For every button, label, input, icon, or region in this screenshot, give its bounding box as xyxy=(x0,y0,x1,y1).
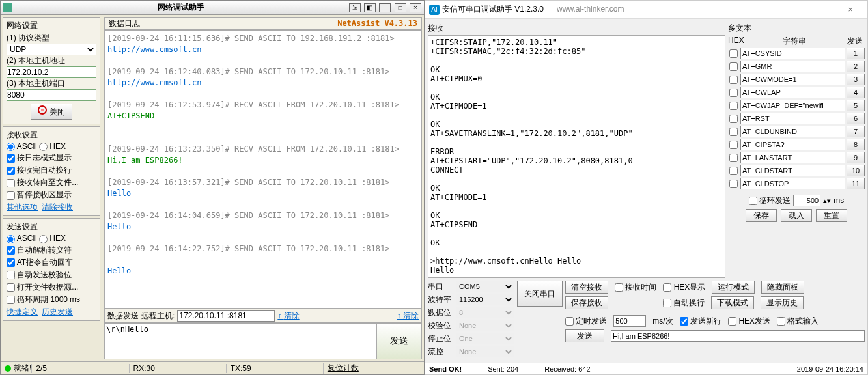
multi-cmd-input[interactable] xyxy=(740,165,845,176)
autowrap-check[interactable]: 接收完自动换行 xyxy=(7,165,72,176)
recv-time-check[interactable]: 接收时间 xyxy=(615,282,656,293)
multi-cmd-input[interactable] xyxy=(740,48,845,59)
timed-send-check[interactable]: 定时发送 xyxy=(565,316,607,327)
close-conn-button[interactable]: 关闭 xyxy=(31,104,72,120)
multi-hex-check[interactable] xyxy=(729,128,738,136)
port-input[interactable] xyxy=(7,89,96,101)
multi-cmd-input[interactable] xyxy=(740,152,845,163)
multi-cmd-input[interactable] xyxy=(740,100,845,111)
multi-hex-check[interactable] xyxy=(729,89,738,97)
quick-link[interactable]: 快捷定义 xyxy=(7,307,38,316)
remote-input[interactable] xyxy=(177,310,275,322)
max-icon[interactable]: □ xyxy=(809,2,835,18)
maximize-icon[interactable]: □ xyxy=(395,3,406,12)
multi-cmd-input[interactable] xyxy=(740,126,845,137)
multi-send-button[interactable]: 3 xyxy=(847,74,865,85)
flow-select[interactable]: None xyxy=(456,346,514,357)
host-input[interactable] xyxy=(7,66,96,78)
minimize-icon[interactable]: — xyxy=(379,3,391,12)
clear-recv-button[interactable]: 清空接收 xyxy=(565,281,608,294)
multi-cmd-input[interactable] xyxy=(740,139,845,150)
multi-hex-check[interactable] xyxy=(729,141,738,149)
cycle-check[interactable]: 循环周期 xyxy=(7,294,48,305)
send-hex-radio[interactable]: HEX xyxy=(39,234,66,243)
multi-send-button[interactable]: 9 xyxy=(847,152,865,163)
databits-select[interactable]: 8 xyxy=(456,307,514,318)
clear-up-link[interactable]: ↑ 清除 xyxy=(277,311,299,322)
multi-send-button[interactable]: 7 xyxy=(847,126,865,137)
multi-send-button[interactable]: 10 xyxy=(847,165,865,176)
multi-send-button[interactable]: 2 xyxy=(847,61,865,72)
more-opts-link[interactable]: 其他选项 xyxy=(7,202,38,212)
recv-hex-radio[interactable]: HEX xyxy=(39,142,66,151)
multi-cmd-input[interactable] xyxy=(740,74,845,85)
multi-hex-check[interactable] xyxy=(729,62,738,71)
right-send-button[interactable]: 发送 xyxy=(565,329,604,342)
escape-check[interactable]: 自动解析转义符 xyxy=(7,245,72,256)
save-recv-button[interactable]: 保存接收 xyxy=(565,296,608,309)
multi-cmd-input[interactable] xyxy=(740,113,845,124)
stopbits-select[interactable]: One xyxy=(456,333,514,344)
multi-send-button[interactable]: 1 xyxy=(847,48,865,59)
reset-count-link[interactable]: 复位计数 xyxy=(323,363,420,374)
multi-hex-check[interactable] xyxy=(729,154,738,162)
multi-hex-check[interactable] xyxy=(729,115,738,123)
history-link[interactable]: 历史发送 xyxy=(42,307,73,316)
multi-cmd-input[interactable] xyxy=(740,61,845,72)
reset-button[interactable]: 重置 xyxy=(816,209,847,222)
right-send-input[interactable] xyxy=(611,330,865,342)
logmode-check[interactable]: 按日志模式显示 xyxy=(7,152,72,163)
multi-hex-check[interactable] xyxy=(729,102,738,110)
show-hist-button[interactable]: 显示历史 xyxy=(761,296,804,309)
fmt-in-check[interactable]: 格式输入 xyxy=(777,316,819,327)
min-icon[interactable]: — xyxy=(781,2,807,18)
loop-input[interactable] xyxy=(793,195,820,206)
version-link[interactable]: NetAssist V4.3.13 xyxy=(337,19,417,28)
recv-panel: 接收 +CIFSR:STAIP,"172.20.10.11" +CIFSR:ST… xyxy=(428,21,725,278)
multi-send-button[interactable]: 4 xyxy=(847,87,865,98)
parity-select[interactable]: None xyxy=(456,320,514,331)
download-mode-button[interactable]: 下载模式 xyxy=(711,296,754,309)
multi-hex-check[interactable] xyxy=(729,49,738,58)
multi-send-button[interactable]: 5 xyxy=(847,100,865,111)
multi-send-button[interactable]: 11 xyxy=(847,178,865,189)
multi-send-button[interactable]: 6 xyxy=(847,113,865,124)
recv-textarea[interactable]: +CIFSR:STAIP,"172.20.10.11" +CIFSR:STAMA… xyxy=(428,35,725,278)
clear-send-link[interactable]: ↑ 清除 xyxy=(397,311,419,322)
pause-check[interactable]: 暂停接收区显示 xyxy=(7,189,72,201)
close-port-button[interactable]: 关闭串口 xyxy=(517,281,563,307)
proto-select[interactable]: UDP xyxy=(7,44,96,55)
port-select[interactable]: COM5 xyxy=(456,281,514,292)
hex-show-check[interactable]: HEX显示 xyxy=(663,282,705,293)
baud-select[interactable]: 115200 xyxy=(456,294,514,305)
checksum-check[interactable]: 自动发送校验位 xyxy=(7,270,72,281)
openfile-check[interactable]: 打开文件数据源... xyxy=(7,282,78,293)
send-ascii-radio[interactable]: ASCII xyxy=(7,234,37,243)
multi-hex-check[interactable] xyxy=(729,180,738,188)
save-button[interactable]: 保存 xyxy=(746,209,777,222)
atcr-check[interactable]: AT指令自动回车 xyxy=(7,257,73,268)
auto-wrap-check[interactable]: 自动换行 xyxy=(663,298,705,309)
send-nl-check[interactable]: 发送新行 xyxy=(680,316,721,327)
log-area[interactable]: [2019-09-24 16:11:15.636]# SEND ASCII TO… xyxy=(104,30,422,309)
timed-input[interactable] xyxy=(613,315,646,327)
multi-cmd-input[interactable] xyxy=(740,87,845,98)
multi-hex-check[interactable] xyxy=(729,167,738,175)
close-icon[interactable]: × xyxy=(837,2,863,18)
help-icon[interactable]: ◧ xyxy=(364,3,376,12)
recv-ascii-radio[interactable]: ASCII xyxy=(7,142,37,151)
multi-cmd-input[interactable] xyxy=(740,178,845,189)
pin-icon[interactable]: ⇲ xyxy=(349,3,361,12)
multi-send-button[interactable]: 8 xyxy=(847,139,865,150)
send-textarea[interactable]: \r\nHello xyxy=(104,323,376,359)
multi-hex-check[interactable] xyxy=(729,76,738,84)
close-icon[interactable]: × xyxy=(410,3,421,12)
hex-send-check[interactable]: HEX发送 xyxy=(728,316,770,327)
tofile-check[interactable]: 接收转向至文件... xyxy=(7,177,78,188)
loop-check[interactable]: 循环发送 xyxy=(749,195,791,206)
run-mode-button[interactable]: 运行模式 xyxy=(712,281,755,294)
clear-recv-link[interactable]: 清除接收 xyxy=(42,202,73,212)
hide-panel-button[interactable]: 隐藏面板 xyxy=(761,281,804,294)
load-button[interactable]: 载入 xyxy=(781,209,812,222)
send-button[interactable]: 发送 xyxy=(376,323,422,359)
